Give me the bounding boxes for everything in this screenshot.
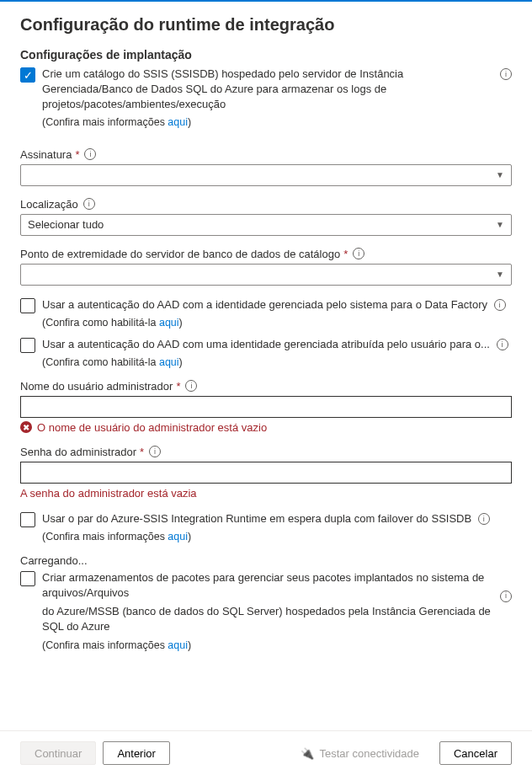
endpoint-field: Ponto de extremidade do servidor de banc… [20, 248, 512, 286]
subscription-label: Assinatura * i [20, 148, 512, 161]
standby-help-link[interactable]: aqui [168, 531, 188, 542]
location-select[interactable]: Selecionar tudo ▼ [20, 214, 512, 236]
info-icon[interactable]: i [149, 446, 161, 457]
location-label: Localização i [20, 198, 512, 211]
info-icon[interactable]: i [84, 148, 96, 160]
create-catalog-help: (Confira mais informações aqui) [42, 116, 493, 128]
endpoint-select[interactable]: ▼ [20, 264, 512, 286]
create-catalog-help-link[interactable]: aqui [168, 116, 188, 128]
required-asterisk: * [343, 248, 348, 260]
location-value: Selecionar tudo [28, 218, 104, 231]
subscription-select[interactable]: ▼ [20, 164, 512, 186]
admin-pass-input[interactable] [20, 462, 512, 484]
info-icon[interactable]: i [500, 591, 512, 602]
chevron-down-icon: ▼ [496, 220, 504, 229]
standby-help: (Confira mais informações aqui) [42, 531, 512, 542]
aad-user-label: Usar a autenticação do AAD com uma ident… [42, 338, 490, 350]
info-icon[interactable]: i [497, 339, 508, 350]
required-asterisk: * [176, 380, 180, 393]
error-icon: ✖ [20, 421, 32, 433]
deployment-section-title: Configurações de implantação [20, 48, 512, 61]
integration-runtime-setup-panel: Configuração do runtime de integração Co… [0, 0, 532, 775]
continue-button[interactable]: Continuar [20, 741, 96, 765]
previous-button[interactable]: Anterior [103, 741, 170, 765]
standby-checkbox[interactable] [20, 512, 35, 527]
plug-icon: 🔌 [301, 747, 314, 760]
admin-user-error: ✖ O nome de usuário do administrador est… [20, 421, 512, 434]
info-icon[interactable]: i [83, 198, 95, 210]
location-field: Localização i Selecionar tudo ▼ [20, 198, 512, 236]
aad-user-checkbox[interactable] [20, 338, 35, 353]
cancel-button[interactable]: Cancelar [439, 741, 512, 765]
package-store-help: (Confira mais informações aqui) [42, 639, 493, 651]
package-store-label-cont: do Azure/MSSB (banco de dados do SQL Ser… [42, 604, 493, 634]
endpoint-label: Ponto de extremidade do servidor de banc… [20, 248, 512, 260]
admin-pass-label: Senha do administrador * i [20, 446, 512, 458]
aad-system-label: Usar a autenticação do AAD com a identid… [42, 298, 487, 311]
aad-system-help-link[interactable]: aqui [159, 317, 179, 329]
info-icon[interactable]: i [185, 380, 197, 392]
footer: Continuar Anterior 🔌 Testar conectividad… [0, 730, 532, 775]
create-catalog-label: Crie um catálogo do SSIS (SSISDB) hosped… [42, 67, 493, 113]
page-title: Configuração do runtime de integração [20, 15, 512, 35]
info-icon[interactable]: i [478, 513, 490, 525]
package-store-checkbox[interactable] [20, 571, 35, 586]
aad-user-field: Usar a autenticação do AAD com uma ident… [20, 337, 512, 368]
required-asterisk: * [140, 446, 144, 458]
info-icon[interactable]: i [494, 299, 506, 311]
aad-system-field: Usar a autenticação do AAD com a identid… [20, 297, 512, 329]
package-store-help-link[interactable]: aqui [168, 639, 188, 651]
create-catalog-row: ✓ Crie um catálogo do SSIS (SSISDB) hosp… [20, 67, 512, 136]
info-icon[interactable]: i [353, 248, 364, 259]
panel-content: Configuração do runtime de integração Co… [0, 2, 532, 730]
chevron-down-icon: ▼ [496, 170, 504, 179]
aad-user-help-link[interactable]: aqui [159, 356, 179, 368]
admin-pass-field: Senha do administrador * i A senha do ad… [20, 446, 512, 500]
admin-pass-error: A senha do administrador está vazia [20, 487, 512, 500]
aad-user-help: (Confira como habilitá-la aqui) [42, 356, 512, 368]
test-connectivity-button[interactable]: 🔌 Testar conectividade [287, 741, 433, 765]
chevron-down-icon: ▼ [496, 270, 504, 279]
subscription-field: Assinatura * i ▼ [20, 148, 512, 186]
required-asterisk: * [75, 148, 79, 161]
admin-user-input[interactable] [20, 396, 512, 418]
standby-label: Usar o par do Azure-SSIS Integration Run… [42, 512, 471, 525]
package-store-row: Criar armazenamentos de pacotes para ger… [20, 570, 512, 660]
standby-field: Usar o par do Azure-SSIS Integration Run… [20, 511, 512, 542]
admin-user-label: Nome do usuário administrador * i [20, 380, 512, 393]
loading-text: Carregando... [20, 554, 512, 567]
info-icon[interactable]: i [500, 68, 512, 80]
aad-system-help: (Confira como habilitá-la aqui) [42, 317, 512, 329]
create-catalog-checkbox[interactable]: ✓ [20, 67, 35, 83]
aad-system-checkbox[interactable] [20, 298, 35, 313]
package-store-label: Criar armazenamentos de pacotes para ger… [42, 570, 493, 601]
admin-user-field: Nome do usuário administrador * i ✖ O no… [20, 380, 512, 434]
